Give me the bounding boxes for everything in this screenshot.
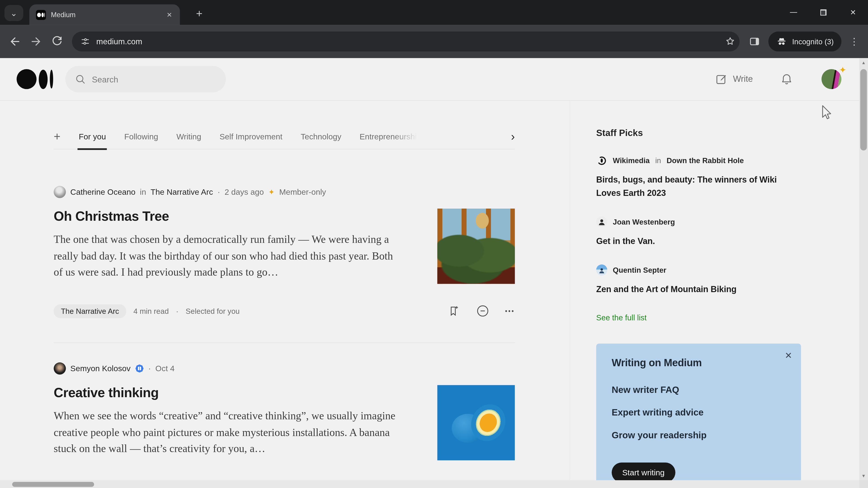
author-avatar[interactable]	[54, 186, 66, 198]
see-full-list-link[interactable]: See the full list	[596, 313, 801, 322]
link-new-writer-faq[interactable]: New writer FAQ	[612, 385, 785, 398]
site-settings-icon	[80, 36, 91, 47]
column-divider	[569, 101, 570, 480]
link-grow-your-readership[interactable]: Grow your readership	[612, 430, 785, 444]
scroll-down-arrow-icon[interactable]: ▼	[859, 474, 868, 479]
article-footer: The Narrative Arc 4 min read · Selected …	[54, 304, 515, 318]
horizontal-scroll-thumb[interactable]	[12, 482, 94, 487]
author-avatar	[596, 217, 608, 228]
author-name[interactable]: Catherine Oceano	[70, 188, 135, 196]
sidebar: Staff Picks Wikimedia in Down the Rabbit…	[596, 128, 801, 480]
author-avatar	[596, 265, 608, 275]
write-button[interactable]: Write	[715, 72, 753, 86]
mouse-cursor	[820, 104, 833, 121]
add-topic-button[interactable]: +	[54, 124, 61, 149]
search-input[interactable]	[92, 74, 203, 84]
more-options-icon[interactable]: •••	[505, 308, 515, 314]
incognito-badge[interactable]: Incognito (3)	[768, 32, 841, 52]
article-excerpt[interactable]: The one that was chosen by a democratica…	[54, 231, 397, 281]
forward-button[interactable]	[27, 32, 45, 51]
medium-header: Write ✦	[0, 58, 868, 101]
topic-pill[interactable]: The Narrative Arc	[54, 304, 126, 318]
notifications-button[interactable]	[777, 70, 796, 89]
tab-entrepreneurship[interactable]: Entrepreneurship	[360, 124, 421, 149]
author-name[interactable]: Wikimedia	[613, 156, 650, 165]
staff-pick-title[interactable]: Get in the Van.	[596, 234, 801, 248]
minimize-icon	[789, 12, 797, 13]
wikimedia-avatar-icon	[596, 155, 608, 166]
write-icon	[715, 72, 728, 86]
browser-tab-medium[interactable]: Medium ✕	[29, 4, 180, 25]
article-date: 2 days ago	[224, 188, 264, 196]
vertical-scroll-thumb[interactable]	[860, 69, 867, 151]
author-name[interactable]: Joan Westenberg	[613, 218, 675, 226]
feed-column: + For you Following Writing Self Improve…	[54, 125, 515, 460]
premium-sparkle-icon: ✦	[839, 65, 846, 75]
window-close-button[interactable]: ✕	[838, 0, 868, 25]
back-arrow-icon	[8, 35, 22, 48]
back-button[interactable]	[5, 32, 24, 51]
card-close-icon[interactable]: ✕	[785, 350, 792, 361]
reload-button[interactable]	[48, 32, 66, 51]
user-avatar[interactable]: ✦	[822, 69, 841, 89]
staff-pick-title[interactable]: Zen and the Art of Mountain Biking	[596, 283, 801, 296]
link-expert-writing-advice[interactable]: Expert writing advice	[612, 408, 785, 421]
article-divider	[54, 343, 515, 343]
url-text: medium.com	[96, 37, 142, 46]
feed-article-2: Semyon Kolosov · Oct 4 Creative thinking…	[54, 362, 515, 460]
tab-for-you[interactable]: For you	[79, 124, 106, 149]
staff-pick-item-3[interactable]: Quentin Septer Zen and the Art of Mounta…	[596, 265, 801, 296]
tab-search-button[interactable]: ⌄	[4, 5, 23, 21]
incognito-icon	[776, 36, 787, 47]
medium-favicon-icon	[36, 10, 46, 20]
tab-self-improvement[interactable]: Self Improvement	[219, 124, 282, 149]
reload-icon	[51, 35, 64, 48]
url-bar[interactable]: medium.com	[72, 32, 739, 52]
screen: ⌄ Medium ✕ + ✕ medium.com	[0, 0, 868, 488]
side-panel-button[interactable]	[745, 32, 764, 51]
tab-writing[interactable]: Writing	[176, 124, 201, 149]
author-name[interactable]: Quentin Septer	[613, 266, 666, 274]
article-excerpt[interactable]: When we see the words “creative” and “cr…	[54, 408, 397, 457]
search-bar[interactable]	[65, 66, 226, 92]
article-thumbnail[interactable]	[437, 208, 515, 284]
vertical-scrollbar[interactable]: ▲ ▼	[859, 58, 868, 480]
tab-following[interactable]: Following	[124, 124, 158, 149]
article-title[interactable]: Creative thinking	[54, 385, 408, 400]
scroll-up-arrow-icon[interactable]: ▲	[859, 60, 868, 65]
selected-for-you-label: Selected for you	[186, 307, 240, 315]
writing-on-medium-card: ✕ Writing on Medium New writer FAQ Exper…	[596, 344, 801, 480]
dot-separator: ·	[176, 307, 178, 315]
start-writing-button[interactable]: Start writing	[612, 463, 675, 480]
staff-pick-title[interactable]: Birds, bugs, and beauty: The winners of …	[596, 173, 801, 200]
staff-picks-heading: Staff Picks	[596, 128, 801, 138]
tab-title: Medium	[51, 11, 160, 19]
browser-tab-strip: ⌄ Medium ✕ + ✕	[0, 0, 868, 25]
tab-technology[interactable]: Technology	[301, 124, 341, 149]
staff-pick-item-2[interactable]: Joan Westenberg Get in the Van.	[596, 217, 801, 248]
window-minimize-button[interactable]	[778, 0, 808, 25]
show-less-icon[interactable]	[476, 304, 490, 318]
medium-logo[interactable]	[17, 69, 53, 89]
feed-tabs: + For you Following Writing Self Improve…	[54, 125, 515, 149]
article-date: Oct 4	[155, 364, 175, 373]
author-name[interactable]: Semyon Kolosov	[70, 364, 130, 373]
new-tab-button[interactable]: +	[191, 5, 207, 21]
article-title[interactable]: Oh Christmas Tree	[54, 208, 408, 224]
bookmark-add-icon[interactable]	[447, 304, 461, 318]
author-avatar[interactable]	[54, 362, 66, 375]
side-panel-icon	[748, 35, 761, 48]
publication-name[interactable]: The Narrative Arc	[151, 188, 213, 196]
staff-pick-item-1[interactable]: Wikimedia in Down the Rabbit Hole Birds,…	[596, 155, 801, 200]
article-byline: Semyon Kolosov · Oct 4	[54, 362, 515, 375]
tab-close-icon[interactable]: ✕	[165, 10, 173, 20]
write-label: Write	[733, 74, 753, 84]
publication-name[interactable]: Down the Rabbit Hole	[666, 156, 744, 165]
incognito-label: Incognito (3)	[792, 37, 834, 46]
browser-menu-button[interactable]: ⋮	[846, 36, 862, 47]
horizontal-scrollbar[interactable]	[0, 480, 859, 488]
window-restore-button[interactable]	[808, 0, 838, 25]
bookmark-star-icon[interactable]	[724, 35, 736, 48]
article-thumbnail[interactable]	[437, 385, 515, 460]
tabs-scroll-right-button[interactable]: ›	[511, 124, 515, 149]
